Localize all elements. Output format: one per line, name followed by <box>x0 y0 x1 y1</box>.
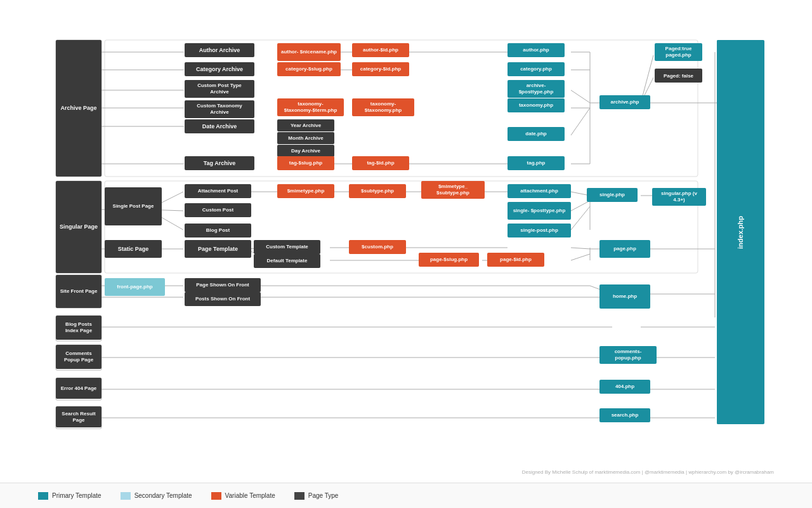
svg-line-16 <box>571 90 590 103</box>
author-nicename-node: author- $nicename.php <box>277 43 341 61</box>
svg-line-40 <box>571 201 590 211</box>
archive-posttype-node: archive- $posttype.php <box>508 80 565 98</box>
tag-archive-node: Tag Archive <box>185 156 254 170</box>
legend-primary-box <box>38 492 48 500</box>
legend-pagetype-box <box>294 492 304 500</box>
custom-php-node: $custom.php <box>349 240 406 254</box>
category-slug-node: category-$slug.php <box>277 62 341 76</box>
default-template-node: Default Template <box>254 254 320 268</box>
custom-taxonomy-node: Custom Taxonomy Archive <box>185 100 254 118</box>
attachment-post-node: Attachment Post <box>185 184 251 198</box>
legend-pagetype-label: Page Type <box>308 492 339 499</box>
archive-php-node: archive.php <box>599 95 650 109</box>
static-page-node: Static Page <box>105 240 162 258</box>
legend-variable-box <box>211 492 221 500</box>
error-404-label: Error 404 Page <box>56 378 102 399</box>
paged-true-node: Paged:true paged.php <box>655 43 702 61</box>
legend-primary-label: Primary Template <box>52 492 102 499</box>
author-id-node: author-$id.php <box>352 43 409 57</box>
taxonomy-term-node: taxonomy- $taxonomy-$term.php <box>277 98 344 116</box>
author-php-node: author.php <box>508 43 565 57</box>
page-php-node: page.php <box>599 240 650 258</box>
mimetype-node: $mimetype.php <box>277 184 334 198</box>
legend: Primary Template Secondary Template Vari… <box>0 483 812 508</box>
404-php-node: 404.php <box>599 380 650 394</box>
subtype-node: $subtype.php <box>349 184 406 198</box>
legend-variable-label: Variable Template <box>225 492 275 499</box>
singular-php-node: singular.php (v 4.3+) <box>652 188 706 206</box>
category-php-node: category.php <box>508 62 565 76</box>
page-slug-node: page-$slug.php <box>419 253 479 267</box>
tag-id-node: tag-$id.php <box>352 156 409 170</box>
attachment-php-node: attachment.php <box>508 184 571 198</box>
author-archive-node: Author Archive <box>185 43 254 57</box>
day-archive-node: Day Archive <box>277 145 334 157</box>
tag-php-node: tag.php <box>508 156 565 170</box>
site-front-page-label: Site Front Page <box>56 275 102 308</box>
legend-variable: Variable Template <box>211 492 275 500</box>
blog-posts-index-label: Blog Posts Index Page <box>56 316 102 340</box>
legend-secondary-box <box>121 492 131 500</box>
blog-post-node: Blog Post <box>185 224 251 237</box>
custom-template-node: Custom Template <box>254 240 320 254</box>
legend-secondary: Secondary Template <box>121 492 192 500</box>
svg-line-41 <box>571 206 590 230</box>
tag-slug-node: tag-$slug.php <box>277 156 334 170</box>
custom-post-node: Custom Post <box>185 203 251 217</box>
single-post-page-node: Single Post Page <box>105 187 162 225</box>
footer-credit: Designed By Michelle Schulp of marktimem… <box>522 469 774 475</box>
search-php-node: search.php <box>599 408 650 422</box>
archive-page-label: Archive Page <box>56 40 102 177</box>
legend-pagetype: Page Type <box>294 492 339 500</box>
taxonomy-php-node: taxonomy.php <box>508 98 565 112</box>
legend-secondary-label: Secondary Template <box>134 492 192 499</box>
posts-shown-front-node: Posts Shown On Front <box>185 292 261 306</box>
date-php-node: date.php <box>508 127 565 141</box>
page-id-node: page-$id.php <box>487 253 544 267</box>
comments-popup-label: Comments Popup Page <box>56 345 102 369</box>
svg-line-18 <box>571 108 590 135</box>
search-result-label: Search Result Page <box>56 406 102 427</box>
category-archive-node: Category Archive <box>185 62 254 76</box>
taxonomy-tax-node: taxonomy- $taxonomy.php <box>352 98 414 116</box>
singular-page-label: Singular Page <box>56 181 102 273</box>
custom-post-type-node: Custom Post Type Archive <box>185 80 254 98</box>
paged-false-node: Paged: false <box>655 69 702 83</box>
month-archive-node: Month Archive <box>277 132 334 144</box>
single-php-node: single.php <box>587 188 638 202</box>
svg-line-51 <box>571 248 590 249</box>
single-post-php-node: single-post.php <box>508 224 571 237</box>
front-page-php-node: front-page.php <box>105 278 165 296</box>
home-php-node: home.php <box>599 284 650 309</box>
single-posttype-node: single- $posttype.php <box>508 202 571 220</box>
date-archive-node: Date Archive <box>185 119 254 133</box>
page-template-node: Page Template <box>185 240 251 258</box>
index-php-node: index.php <box>717 40 764 424</box>
mimetype-subtype-node: $mimetype_ $subtype.php <box>421 181 485 199</box>
category-id-node: category-$id.php <box>352 62 409 76</box>
page-shown-front-node: Page Shown On Front <box>185 278 261 292</box>
diagram-container: Archive Page Author Archive Category Arc… <box>0 0 812 483</box>
svg-line-52 <box>571 254 590 260</box>
legend-primary: Primary Template <box>38 492 102 500</box>
year-archive-node: Year Archive <box>277 119 334 131</box>
comments-popup-php-node: comments- popup.php <box>599 346 657 364</box>
